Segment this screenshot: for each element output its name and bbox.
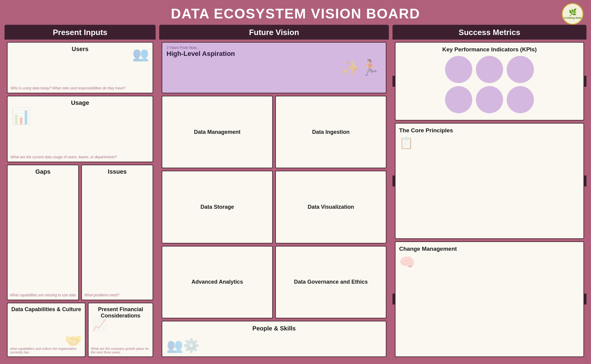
data-management-title: Data Management — [194, 129, 241, 135]
issues-card: Issues What problems exist? — [81, 165, 153, 300]
success-metrics-content: Key Performance Indicators (KPIs) — [392, 40, 586, 359]
advanced-analytics-title: Advanced Analytics — [192, 279, 243, 285]
logo-label: Cooking Data — [564, 16, 581, 19]
aspiration-title: High-Level Aspiration — [166, 50, 382, 58]
gaps-card: Gaps What capabilities are missing to us… — [7, 165, 79, 300]
aspiration-card: 3 Years From Now... High-Level Aspiratio… — [162, 42, 386, 93]
usage-subtitle: What are the current data usage of users… — [11, 155, 117, 159]
kpi-circle-6 — [507, 86, 534, 113]
page-title: DATA ECOSYSTEM VISION BOARD — [5, 5, 586, 22]
financial-subtitle: What are the company growth plans for th… — [91, 347, 150, 354]
usage-title: Usage — [11, 99, 149, 106]
present-inputs-content: Users 👥 Who is using data today? What ro… — [5, 40, 156, 359]
kpi-circle-1 — [445, 56, 472, 83]
aspiration-label: 3 Years From Now... — [166, 46, 382, 50]
kpi-circle-4 — [445, 86, 472, 113]
future-vision-header: Future Vision — [159, 25, 389, 40]
kpi-circles-row-1 — [399, 56, 580, 83]
bottom-row: Data Capabilities & Culture what capabil… — [7, 303, 153, 357]
principles-icon: 📋 — [399, 137, 413, 149]
financial-icon: 📈 — [92, 318, 106, 332]
future-cell-data-ingestion: Data Ingestion — [275, 96, 386, 168]
change-management-title: Change Management — [399, 246, 580, 252]
logo-icon: 🌿 — [569, 8, 577, 16]
users-subtitle: Who is using data today? What roles and … — [11, 86, 125, 90]
main-wrapper: DATA ECOSYSTEM VISION BOARD 🌿 Cooking Da… — [0, 0, 591, 364]
kpi-title: Key Performance Indicators (KPIs) — [399, 46, 580, 53]
data-capabilities-title: Data Capabilities & Culture — [11, 306, 81, 313]
kpi-notch-right — [583, 76, 586, 87]
kpi-circles-row-2 — [399, 86, 580, 113]
columns-container: Present Inputs Users 👥 Who is using data… — [5, 25, 586, 359]
principles-card: The Core Principles 📋 — [395, 123, 584, 239]
principles-notch-left — [392, 176, 396, 186]
future-cell-data-storage: Data Storage — [162, 171, 273, 243]
principles-notch-right — [583, 176, 586, 186]
success-metrics-header: Success Metrics — [392, 25, 586, 40]
people-skills-icon: 👥⚙️ — [166, 338, 200, 353]
gaps-title: Gaps — [11, 168, 75, 175]
issues-title: Issues — [86, 168, 149, 175]
usage-card: 📊 Usage What are the current data usage … — [7, 96, 153, 162]
data-storage-title: Data Storage — [200, 204, 234, 210]
gaps-issues-row: Gaps What capabilities are missing to us… — [7, 165, 153, 300]
principles-title: The Core Principles — [399, 127, 580, 134]
usage-icon: 📊 — [11, 107, 31, 125]
future-cell-data-management: Data Management — [162, 96, 273, 168]
data-ingestion-title: Data Ingestion — [312, 129, 350, 135]
future-cell-data-governance: Data Governance and Ethics — [275, 246, 386, 318]
gaps-subtitle: What capabilities are missing to use dat… — [10, 293, 76, 297]
data-governance-title: Data Governance and Ethics — [294, 279, 368, 285]
data-capabilities-card: Data Capabilities & Culture what capabil… — [7, 303, 86, 357]
future-vision-content: 3 Years From Now... High-Level Aspiratio… — [159, 40, 389, 359]
change-notch-left — [392, 294, 396, 304]
people-skills-title: People & Skills — [166, 325, 382, 332]
success-metrics-column: Success Metrics Key Performance Indicato… — [392, 25, 586, 359]
people-skills-card: People & Skills 👥⚙️ — [162, 321, 386, 357]
logo-badge: 🌿 Cooking Data — [562, 3, 583, 25]
future-vision-column: Future Vision 3 Years From Now... High-L… — [159, 25, 389, 359]
change-notch-right — [583, 294, 586, 304]
data-visualization-title: Data Visualization — [308, 204, 354, 210]
kpi-circle-2 — [476, 56, 503, 83]
data-capabilities-icon: 🤝 — [65, 333, 82, 349]
present-inputs-header: Present Inputs — [5, 25, 156, 40]
issues-subtitle: What problems exist? — [84, 293, 119, 297]
title-bar: DATA ECOSYSTEM VISION BOARD 🌿 Cooking Da… — [5, 3, 586, 25]
change-management-card: Change Management 🧠 — [395, 241, 584, 357]
kpi-notch-left — [392, 76, 396, 87]
future-cell-advanced-analytics: Advanced Analytics — [162, 246, 273, 318]
users-card: Users 👥 Who is using data today? What ro… — [7, 42, 153, 93]
users-title: Users — [11, 46, 149, 53]
kpi-circle-5 — [476, 86, 503, 113]
change-management-icon: 🧠 — [399, 255, 415, 269]
kpi-card: Key Performance Indicators (KPIs) — [395, 42, 584, 121]
present-inputs-column: Present Inputs Users 👥 Who is using data… — [5, 25, 156, 359]
financial-title: Present Financial Considerations — [92, 306, 149, 319]
users-icon: 👥 — [132, 46, 149, 62]
financial-card: Present Financial Considerations What ar… — [88, 303, 153, 357]
kpi-circle-3 — [507, 56, 534, 83]
future-grid: Data Management Data Ingestion Data Stor… — [162, 96, 386, 318]
aspiration-icon: ✨🏃 — [341, 59, 380, 77]
future-cell-data-visualization: Data Visualization — [275, 171, 386, 243]
